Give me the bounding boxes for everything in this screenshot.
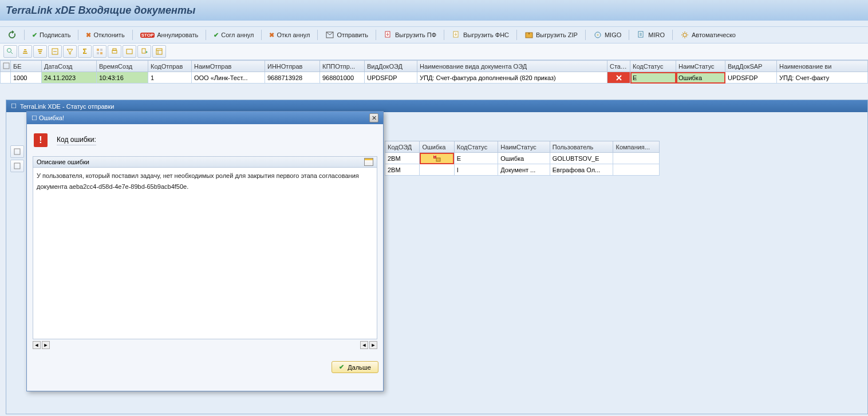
svg-rect-17 [127,49,132,54]
cell-sender-name: ООО «Линк-Тест... [192,72,265,84]
error-status-icon [607,72,630,83]
sum-button[interactable]: Σ [78,45,92,58]
col-sender-code[interactable]: КодОтправ [148,61,192,72]
svg-rect-15 [112,50,117,53]
page-title: TerraLink xDE Входящие документы [6,5,195,17]
svg-point-8 [683,33,686,37]
select-all[interactable] [1,61,11,72]
cell-sap-type: UPDSFDP [725,72,777,84]
send-icon [325,30,334,39]
svg-rect-18 [142,49,145,53]
export-icon [384,30,393,39]
filter-button[interactable] [63,45,77,58]
cell-be: 1000 [11,72,42,84]
cell-date: 24.11.2023 [42,72,97,84]
col-status-code[interactable]: КодСтатус [630,61,676,72]
col-time[interactable]: ВремяСозд [97,61,148,72]
miro-button[interactable]: MIRO [633,29,669,41]
find-button[interactable] [48,45,62,58]
reject-annul-button[interactable]: ✖Откл аннул [265,29,314,41]
grid-header-row: БЕ ДатаСозд ВремяСозд КодОтправ НаимОтпр… [1,61,868,72]
col-date[interactable]: ДатаСозд [42,61,97,72]
main-grid[interactable]: БЕ ДатаСозд ВремяСозд КодОтправ НаимОтпр… [0,60,868,84]
cell-inn: 9688713928 [265,72,320,84]
annul-button[interactable]: STOPАннулировать [136,29,203,41]
sign-button[interactable]: ✔Подписать [28,29,74,41]
export-icon [452,30,461,39]
cell-docname: УПД: Счет-фактура дополненный (820 прика… [417,72,607,84]
col-stat[interactable]: Стат... [607,61,630,72]
svg-point-9 [7,49,11,53]
col-sap-type[interactable]: ВидДокSAP [725,61,777,72]
col-doctype[interactable]: ВидДокОЭД [365,61,417,72]
svg-rect-20 [3,63,9,69]
gear-icon [680,30,689,39]
auto-button[interactable]: Автоматическо [676,29,740,41]
zip-icon [524,30,534,39]
check-icon: ✔ [32,31,37,39]
print-button[interactable] [108,45,121,58]
cell-status-icon [607,72,630,84]
col-kpp[interactable]: КППОтпр... [320,61,365,72]
col-docname[interactable]: Наименование вида документа ОЭД [417,61,607,72]
refresh-icon [7,30,17,39]
send-button[interactable]: Отправить [321,29,372,41]
refresh-button[interactable] [3,29,21,41]
svg-rect-12 [100,49,102,51]
col-inn[interactable]: ИННОтправ [265,61,320,72]
cell-status-name: Ошибка [676,72,725,84]
view-button[interactable] [123,45,136,58]
cell-sender-code: 1 [148,72,192,84]
svg-rect-13 [97,52,99,54]
title-bar: TerraLink xDE Входящие документы [0,0,868,21]
grid-row[interactable]: 1000 24.11.2023 10:43:16 1 ООО «Линк-Тес… [1,72,868,84]
cell-kpp: 968801000 [320,72,365,84]
svg-point-6 [597,34,598,36]
svg-rect-4 [528,33,530,34]
svg-rect-14 [100,52,102,54]
col-sender-name[interactable]: НаимОтправ [192,61,265,72]
col-status-name[interactable]: НаимСтатус [676,61,725,72]
svg-rect-16 [113,49,116,50]
subtotal-button[interactable] [93,45,106,58]
cell-sap-name: УПД: Счет-факту [777,72,868,84]
layout-button[interactable] [152,45,166,58]
migo-icon [593,30,602,39]
main-toolbar: ✔Подписать ✖Отклонить STOPАннулировать ✔… [0,26,868,43]
svg-rect-11 [97,49,99,51]
sort-asc-button[interactable] [18,45,32,58]
export-pf-button[interactable]: Выгрузить ПФ [380,29,440,41]
x-icon: ✖ [269,31,274,39]
miro-icon [637,30,646,39]
details-button[interactable] [3,45,17,58]
grid-toolbar: Σ [0,43,868,60]
export-button[interactable] [137,45,151,58]
col-be[interactable]: БЕ [11,61,42,72]
agree-annul-button[interactable]: ✔Согл аннул [210,29,258,41]
export-zip-button[interactable]: Выгрузить ZIP [520,29,582,41]
col-sap-name[interactable]: Наименование ви [777,61,868,72]
reject-button[interactable]: ✖Отклонить [82,29,128,41]
row-selector[interactable] [1,72,11,84]
cell-doctype: UPDSFDP [365,72,417,84]
svg-rect-19 [156,49,162,54]
stop-icon: STOP [140,33,155,38]
cell-time: 10:43:16 [97,72,148,84]
check-icon: ✔ [214,31,219,39]
x-icon: ✖ [86,31,91,39]
cell-status-code: E [630,72,676,84]
export-fns-button[interactable]: Выгрузить ФНС [448,29,513,41]
sort-desc-button[interactable] [33,45,47,58]
migo-button[interactable]: MIGO [589,29,625,41]
